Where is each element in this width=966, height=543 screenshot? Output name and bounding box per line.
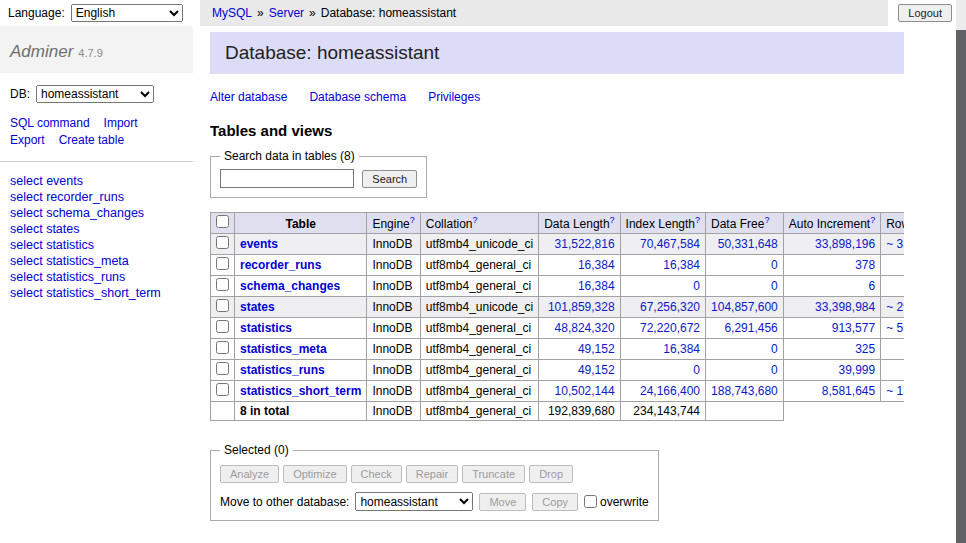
language-select[interactable]: English [71, 4, 183, 22]
index-length-cell: 0 [620, 360, 705, 381]
column-help-link[interactable]: ? [764, 215, 769, 225]
sidebar-item-select-schema-changes[interactable]: select schema_changes [10, 205, 183, 221]
table-link[interactable]: events [240, 237, 278, 251]
vertical-scrollbar[interactable] [956, 0, 966, 543]
database-schema-link[interactable]: Database schema [309, 90, 406, 104]
truncate-button[interactable]: Truncate [462, 465, 525, 483]
row-checkbox[interactable] [216, 320, 229, 333]
logout-button[interactable]: Logout [898, 4, 952, 22]
rows-count-link[interactable]: ~ 5 [881, 255, 904, 276]
data-free-cell: 0 [706, 360, 784, 381]
table-row: schema_changes InnoDB utf8mb4_general_ci… [211, 276, 905, 297]
data-length-cell: 48,824,320 [539, 318, 620, 339]
row-checkbox[interactable] [216, 236, 229, 249]
auto-increment-cell: 6 [783, 276, 880, 297]
app-logo-link[interactable]: Adminer [10, 42, 73, 61]
page-title: Database: homeassistant [210, 32, 904, 74]
index-length-cell: 70,467,584 [620, 234, 705, 255]
copy-button[interactable]: Copy [532, 493, 578, 511]
column-header-rows: Rows [886, 217, 904, 231]
column-help-link[interactable]: ? [610, 215, 615, 225]
sidebar-create-table-link[interactable]: Create table [59, 132, 124, 149]
total-label: 8 in total [235, 402, 367, 421]
data-length-cell: 31,522,816 [539, 234, 620, 255]
row-checkbox[interactable] [216, 362, 229, 375]
rows-count-link[interactable]: ~ 3 [881, 276, 904, 297]
db-select[interactable]: homeassistant [36, 85, 154, 103]
row-checkbox[interactable] [216, 341, 229, 354]
data-length-cell: 16,384 [539, 276, 620, 297]
breadcrumb-server-link[interactable]: Server [269, 6, 304, 20]
sidebar-item-select-statistics-meta[interactable]: select statistics_meta [10, 253, 183, 269]
sidebar-item-select-statistics-short-term[interactable]: select statistics_short_term [10, 285, 183, 301]
row-checkbox[interactable] [216, 383, 229, 396]
column-header-collation: Collation [426, 217, 473, 231]
column-header-table: Table [285, 217, 315, 231]
collation-cell: utf8mb4_general_ci [420, 318, 538, 339]
scrollbar-thumb[interactable] [956, 30, 966, 543]
privileges-link[interactable]: Privileges [428, 90, 480, 104]
rows-count-link[interactable]: ~ 299,833 [881, 297, 904, 318]
move-database-select[interactable]: homeassistant [355, 492, 473, 511]
sidebar-export-link[interactable]: Export [10, 132, 45, 149]
main-content: Database: homeassistant Alter database D… [210, 26, 904, 543]
search-fieldset: Search data in tables (8) Search [210, 149, 427, 198]
table-link[interactable]: statistics_short_term [240, 384, 361, 398]
rows-count-link[interactable]: ~ 569,159 [881, 318, 904, 339]
column-header-data-free: Data Free [711, 217, 764, 231]
sidebar-sql-command-link[interactable]: SQL command [10, 115, 90, 132]
alter-database-link[interactable]: Alter database [210, 90, 287, 104]
table-row: events InnoDB utf8mb4_unicode_ci 31,522,… [211, 234, 905, 255]
rows-count-link[interactable]: ~ 628 [881, 360, 904, 381]
check-button[interactable]: Check [351, 465, 402, 483]
sidebar-item-select-recorder-runs[interactable]: select recorder_runs [10, 189, 183, 205]
table-link[interactable]: statistics_runs [240, 363, 325, 377]
sidebar-item-select-statistics[interactable]: select statistics [10, 237, 183, 253]
sidebar-import-link[interactable]: Import [104, 115, 138, 132]
column-header-data-length: Data Length [544, 217, 609, 231]
index-length-cell: 67,256,320 [620, 297, 705, 318]
move-button[interactable]: Move [479, 493, 526, 511]
index-length-cell: 16,384 [620, 255, 705, 276]
total-data-free-cell [706, 402, 784, 421]
db-label: DB: [10, 87, 30, 101]
overwrite-checkbox[interactable] [584, 495, 597, 508]
breadcrumb-separator: » [257, 6, 264, 20]
data-length-cell: 49,152 [539, 339, 620, 360]
optimize-button[interactable]: Optimize [283, 465, 346, 483]
engine-cell: InnoDB [367, 297, 420, 318]
data-free-cell: 0 [706, 339, 784, 360]
table-link[interactable]: states [240, 300, 275, 314]
search-input[interactable] [220, 169, 354, 188]
table-link[interactable]: statistics_meta [240, 342, 327, 356]
row-checkbox[interactable] [216, 278, 229, 291]
row-checkbox[interactable] [216, 299, 229, 312]
sidebar-item-select-events[interactable]: select events [10, 173, 183, 189]
repair-button[interactable]: Repair [406, 465, 458, 483]
rows-count-link[interactable]: ~ 244 [881, 339, 904, 360]
auto-increment-cell: 8,581,645 [783, 381, 880, 402]
drop-button[interactable]: Drop [529, 465, 573, 483]
table-link[interactable]: statistics [240, 321, 292, 335]
column-help-link[interactable]: ? [472, 215, 477, 225]
collation-cell: utf8mb4_general_ci [420, 360, 538, 381]
auto-increment-cell: 33,898,196 [783, 234, 880, 255]
data-free-cell: 0 [706, 276, 784, 297]
table-link[interactable]: schema_changes [240, 279, 340, 293]
sidebar-item-select-statistics-runs[interactable]: select statistics_runs [10, 269, 183, 285]
rows-count-link[interactable]: ~ 136,108 [881, 381, 904, 402]
table-link[interactable]: recorder_runs [240, 258, 321, 272]
search-button[interactable]: Search [362, 170, 417, 188]
select-all-checkbox[interactable] [216, 215, 229, 228]
rows-count-link[interactable]: ~ 312,180 [881, 234, 904, 255]
column-help-link[interactable]: ? [870, 215, 875, 225]
database-actions: Alter database Database schema Privilege… [210, 90, 904, 104]
breadcrumb-mysql-link[interactable]: MySQL [212, 6, 252, 20]
column-help-link[interactable]: ? [410, 215, 415, 225]
total-index-length-cell: 234,143,744 [620, 402, 705, 421]
row-checkbox[interactable] [216, 257, 229, 270]
sidebar-table-links: select events select recorder_runs selec… [0, 162, 193, 312]
sidebar-item-select-states[interactable]: select states [10, 221, 183, 237]
column-help-link[interactable]: ? [695, 215, 700, 225]
analyze-button[interactable]: Analyze [220, 465, 279, 483]
